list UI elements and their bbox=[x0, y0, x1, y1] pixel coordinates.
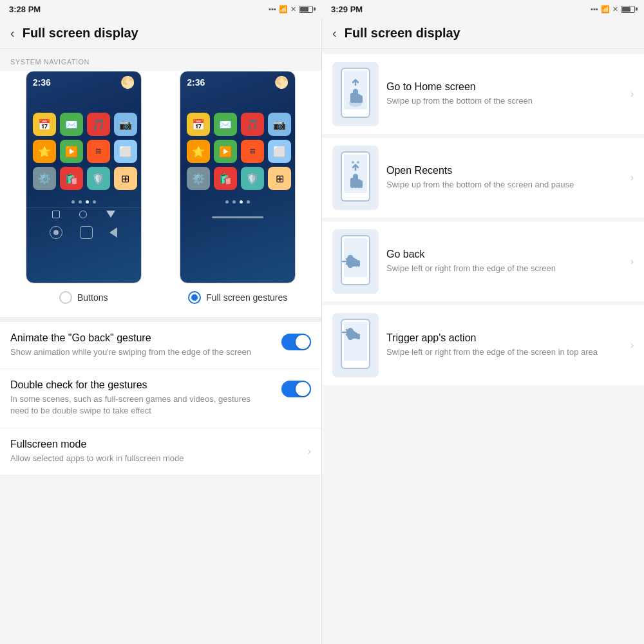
buttons-radio[interactable] bbox=[59, 291, 72, 304]
animate-toggle[interactable] bbox=[281, 334, 311, 350]
left-header: ‹ Full screen display bbox=[0, 18, 321, 49]
go-back-gesture-item[interactable]: Go back Swipe left or right from the edg… bbox=[322, 222, 644, 301]
svg-point-14 bbox=[357, 161, 359, 164]
app-icon: ✉️ bbox=[214, 113, 237, 136]
double-check-setting: Double check for the gestures In some sc… bbox=[0, 369, 321, 428]
open-recents-gesture-info: Open Recents Swipe up from the bottom of… bbox=[379, 165, 630, 191]
app-icon: 🛡️ bbox=[87, 167, 110, 190]
buttons-option[interactable]: 2:36 🌕 📅 ✉️ 🎵 📷 ⭐ ▶️ ≡ bbox=[10, 71, 157, 307]
r-battery-icon bbox=[621, 6, 635, 13]
app-icon: ▶️ bbox=[214, 140, 237, 163]
animate-toggle-knob bbox=[296, 335, 310, 349]
app-icon: ≡ bbox=[241, 140, 264, 163]
right-content: Go to Home screen Swipe up from the bott… bbox=[322, 49, 644, 644]
app-icon: 📷 bbox=[114, 113, 137, 136]
left-status-icons: ▪▪▪ 📶 ✕ bbox=[269, 5, 313, 14]
signal-icon: ▪▪▪ bbox=[269, 5, 276, 13]
fullscreen-chevron-icon: › bbox=[308, 446, 311, 457]
fullscreen-gestures-option[interactable]: 2:36 🌕 📅 ✉️ 🎵 📷 ⭐ ▶️ ≡ bbox=[165, 71, 312, 307]
app-icon: ≡ bbox=[87, 140, 110, 163]
svg-rect-4 bbox=[350, 93, 354, 103]
double-check-desc: In some scenes, such as full-screen game… bbox=[10, 393, 255, 417]
right-back-button[interactable]: ‹ bbox=[332, 26, 337, 41]
right-panel-title: Full screen display bbox=[345, 26, 460, 41]
main-panels: ‹ Full screen display SYSTEM NAVIGATION … bbox=[0, 18, 644, 644]
svg-rect-12 bbox=[359, 180, 363, 188]
left-panel-title: Full screen display bbox=[23, 26, 138, 41]
app-icon: 📷 bbox=[268, 113, 291, 136]
go-home-gesture-svg bbox=[336, 66, 375, 122]
system-nav-section: SYSTEM NAVIGATION 2:36 🌕 📅 ✉️ bbox=[0, 49, 321, 317]
wifi-icon: 📶 bbox=[279, 5, 288, 14]
animate-setting-text: Animate the "Go back" gesture Show anima… bbox=[10, 332, 251, 358]
buttons-label: Buttons bbox=[77, 292, 108, 303]
go-home-gesture-thumb bbox=[332, 62, 379, 126]
gestures-radio[interactable] bbox=[188, 291, 201, 304]
app-icon: 📅 bbox=[33, 113, 56, 136]
r-wifi-icon: 📶 bbox=[601, 5, 610, 14]
svg-rect-10 bbox=[350, 178, 354, 188]
animate-setting-desc: Show animation while you're swiping from… bbox=[10, 346, 251, 358]
right-time: 3:29 PM bbox=[331, 5, 363, 14]
app-icon: ⬜ bbox=[114, 140, 137, 163]
svg-rect-28 bbox=[357, 334, 360, 339]
right-status-icons: ▪▪▪ 📶 ✕ bbox=[591, 5, 635, 14]
trigger-action-gesture-svg bbox=[336, 317, 375, 374]
animate-setting-row: Animate the "Go back" gesture Show anima… bbox=[10, 332, 311, 358]
app-icon: 📅 bbox=[187, 113, 210, 136]
go-back-gesture-svg bbox=[336, 233, 375, 290]
app-icon: ▶️ bbox=[60, 140, 83, 163]
gestures-label-row[interactable]: Full screen gestures bbox=[188, 289, 287, 307]
svg-point-13 bbox=[352, 161, 354, 164]
r-signal-icon: ▪▪▪ bbox=[591, 5, 598, 13]
left-panel: ‹ Full screen display SYSTEM NAVIGATION … bbox=[0, 18, 322, 644]
go-back-chevron-icon: › bbox=[630, 256, 634, 267]
app-icon: ⊞ bbox=[114, 167, 137, 190]
trigger-action-gesture-item[interactable]: Trigger app's action Swipe left or right… bbox=[322, 305, 644, 385]
open-recents-gesture-svg bbox=[336, 149, 375, 206]
battery-icon bbox=[299, 6, 313, 13]
app-icon: ⚙️ bbox=[33, 167, 56, 190]
fullscreen-mode-desc: Allow selected apps to work in fullscree… bbox=[10, 453, 184, 464]
go-home-gesture-info: Go to Home screen Swipe up from the bott… bbox=[379, 81, 630, 107]
left-time: 3:28 PM bbox=[9, 5, 41, 14]
fullscreen-mode-title: Fullscreen mode bbox=[10, 439, 184, 450]
go-home-gesture-item[interactable]: Go to Home screen Swipe up from the bott… bbox=[322, 54, 644, 134]
fullscreen-mode-row[interactable]: Fullscreen mode Allow selected apps to w… bbox=[10, 439, 311, 464]
double-check-row: Double check for the gestures In some sc… bbox=[10, 379, 311, 417]
animate-goback-setting: Animate the "Go back" gesture Show anima… bbox=[0, 322, 321, 369]
sim-icon: ✕ bbox=[290, 5, 296, 14]
go-home-title: Go to Home screen bbox=[386, 81, 623, 93]
open-recents-gesture-item[interactable]: Open Recents Swipe up from the bottom of… bbox=[322, 138, 644, 218]
go-back-desc: Swipe left or right from the edge of the… bbox=[386, 263, 623, 274]
app-icon: ⚙️ bbox=[187, 167, 210, 190]
phone2-status: 2:36 🌕 bbox=[180, 71, 295, 93]
double-check-toggle[interactable] bbox=[281, 381, 311, 397]
r-sim-icon: ✕ bbox=[612, 5, 618, 14]
app-icon: 🎵 bbox=[87, 113, 110, 136]
svg-rect-23 bbox=[344, 322, 367, 361]
phone1-app-grid: 📅 ✉️ 🎵 📷 ⭐ ▶️ ≡ ⬜ ⚙️ 🛍️ 🛡️ bbox=[26, 100, 141, 196]
left-status-bar: 3:28 PM ▪▪▪ 📶 ✕ bbox=[0, 0, 322, 18]
trigger-action-title: Trigger app's action bbox=[386, 332, 623, 344]
app-icon: ⭐ bbox=[33, 140, 56, 163]
left-back-button[interactable]: ‹ bbox=[10, 26, 15, 41]
open-recents-desc: Swipe up from the bottom of the screen a… bbox=[386, 179, 623, 191]
settings-section: Animate the "Go back" gesture Show anima… bbox=[0, 322, 321, 475]
radio-inner bbox=[191, 294, 198, 301]
trigger-action-gesture-info: Trigger app's action Swipe left or right… bbox=[379, 332, 630, 358]
app-icon: ⊞ bbox=[268, 167, 291, 190]
app-icon: 🛍️ bbox=[214, 167, 237, 190]
open-recents-gesture-thumb bbox=[332, 146, 379, 210]
buttons-label-row[interactable]: Buttons bbox=[59, 289, 108, 307]
animate-setting-title: Animate the "Go back" gesture bbox=[10, 332, 251, 344]
right-status-bar: 3:29 PM ▪▪▪ 📶 ✕ bbox=[322, 0, 644, 18]
buttons-phone-preview: 2:36 🌕 📅 ✉️ 🎵 📷 ⭐ ▶️ ≡ bbox=[26, 71, 142, 283]
fullscreen-mode-setting[interactable]: Fullscreen mode Allow selected apps to w… bbox=[0, 428, 321, 475]
phone2-app-grid: 📅 ✉️ 🎵 📷 ⭐ ▶️ ≡ ⬜ ⚙️ 🛍️ 🛡️ bbox=[180, 100, 295, 196]
section-label: SYSTEM NAVIGATION bbox=[0, 49, 321, 71]
trigger-action-chevron-icon: › bbox=[630, 339, 634, 351]
svg-rect-6 bbox=[359, 95, 363, 103]
app-icon: 🛍️ bbox=[60, 167, 83, 190]
go-home-desc: Swipe up from the bottom of the screen bbox=[386, 95, 623, 107]
